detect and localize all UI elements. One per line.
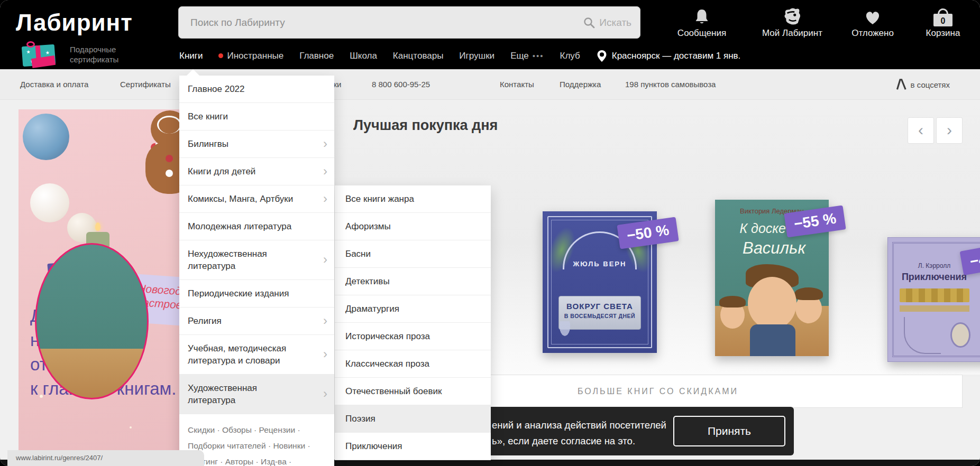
genre-item-label: Детективы bbox=[345, 276, 390, 286]
genre-item-label: Приключения bbox=[345, 441, 402, 451]
genre-item-all[interactable]: Все книги жанра bbox=[335, 185, 491, 213]
nav-item-main[interactable]: Главное bbox=[299, 51, 334, 61]
gold-band-art bbox=[900, 288, 969, 302]
infobar-phone[interactable]: 8 800 600-95-25 bbox=[372, 69, 430, 100]
gift-certificates-icon[interactable]: ★ ★ ★ bbox=[19, 43, 66, 68]
nav-item-foreign[interactable]: Иностранные bbox=[218, 51, 283, 61]
menu-item-kids-books[interactable]: Книги для детей› bbox=[179, 158, 334, 185]
genre-item-adventure[interactable]: Приключения bbox=[335, 433, 491, 460]
menu-item-label: Религия bbox=[188, 316, 222, 326]
gingerbread-icing bbox=[157, 116, 181, 134]
more-dots-icon: ••• bbox=[533, 51, 544, 60]
gingerbread-button bbox=[166, 170, 173, 177]
menu-item-fiction[interactable]: Художественная литература› bbox=[179, 375, 334, 414]
portrait-art bbox=[950, 322, 970, 348]
ornament-ball-blue bbox=[23, 114, 69, 160]
menu-item-label: Учебная, методическая литература и слова… bbox=[188, 343, 286, 366]
social-label: в соцсетях bbox=[911, 80, 950, 89]
genre-item-poetry[interactable]: Поэзия bbox=[335, 405, 491, 433]
menu-item-educational[interactable]: Учебная, методическая литература и слова… bbox=[179, 335, 334, 375]
genre-item-classical-prose[interactable]: Классическая проза bbox=[335, 350, 491, 378]
genre-item-label: Историческая проза bbox=[345, 331, 430, 341]
gift-star: ★ bbox=[26, 49, 31, 55]
genre-item-label: Басни bbox=[345, 249, 371, 259]
genre-item-action[interactable]: Отечественный боевик bbox=[335, 378, 491, 405]
genre-item-label: Афоризмы bbox=[345, 221, 391, 231]
nav-item-stationery[interactable]: Канцтовары bbox=[393, 51, 444, 61]
nav-stationery-label: Канцтовары bbox=[393, 51, 444, 61]
deferred-button[interactable]: Отложено bbox=[848, 5, 897, 39]
fiction-genres-submenu: Все книги жанра Афоризмы Басни Детективы… bbox=[335, 185, 491, 460]
menu-item-all-books[interactable]: Все книги bbox=[179, 103, 334, 131]
menu-item-label: Билингвы bbox=[188, 139, 228, 149]
genre-item-label: Драматургия bbox=[345, 304, 399, 314]
heart-icon bbox=[863, 8, 882, 26]
nav-item-toys[interactable]: Игрушки bbox=[459, 51, 494, 61]
city-label: Красноярск — доставим 1 янв. bbox=[612, 51, 741, 61]
search-input[interactable] bbox=[190, 7, 561, 38]
chevron-right-icon: › bbox=[323, 253, 327, 265]
infobar-pickup-points[interactable]: 198 пунктов самовывоза bbox=[625, 69, 716, 100]
nav-item-club[interactable]: Клуб bbox=[560, 51, 580, 61]
infobar-contacts[interactable]: Контакты bbox=[500, 69, 534, 100]
gift-bow bbox=[26, 41, 35, 48]
nav-school-label: Школа bbox=[350, 51, 377, 61]
search-button[interactable]: Искать bbox=[583, 7, 631, 38]
carousel-next-button[interactable]: › bbox=[936, 117, 963, 144]
messages-button[interactable]: Сообщения bbox=[673, 5, 731, 39]
ornament-ball-white bbox=[30, 183, 69, 222]
menu-item-main-2022[interactable]: Главное 2022 bbox=[179, 76, 334, 103]
genre-item-drama[interactable]: Драматургия bbox=[335, 295, 491, 323]
nav-foreign-label: Иностранные bbox=[227, 51, 283, 61]
minotaur-icon bbox=[782, 6, 802, 26]
labirint-logo[interactable]: Лабиринт bbox=[16, 10, 133, 36]
menu-item-nonfiction[interactable]: Нехудожественная литература› bbox=[179, 240, 334, 280]
infobar-delivery[interactable]: Доставка и оплата bbox=[20, 69, 88, 100]
book-title-line2: Васильк bbox=[717, 239, 829, 258]
boy-face-art bbox=[748, 277, 796, 330]
genre-item-detectives[interactable]: Детективы bbox=[335, 268, 491, 295]
menu-item-bilingual[interactable]: Билингвы› bbox=[179, 131, 334, 158]
search-bar: Искать bbox=[178, 6, 640, 39]
chevron-right-icon: › bbox=[323, 192, 327, 204]
chevron-right-icon: › bbox=[323, 387, 327, 399]
chevron-right-icon: › bbox=[323, 137, 327, 150]
infobar-certificates[interactable]: Сертификаты bbox=[120, 69, 171, 100]
genre-item-historical-prose[interactable]: Историческая проза bbox=[335, 323, 491, 350]
nav-books-label: Книги bbox=[179, 51, 203, 61]
labirint-page: Лабиринт ★ ★ ★ Подарочные сертификаты bbox=[0, 0, 980, 466]
carousel-prev-button[interactable]: ‹ bbox=[908, 117, 934, 144]
cookie-text-line1: ений и анализа действий посетителей bbox=[492, 417, 666, 433]
my-labirint-label: Мой Лабиринт bbox=[757, 28, 827, 39]
my-labirint-button[interactable]: Мой Лабиринт bbox=[757, 5, 827, 39]
chevron-right-icon: › bbox=[323, 314, 327, 327]
book-title-line1: ВОКРУГ СВЕТА bbox=[559, 302, 640, 311]
infobar-social[interactable]: в соцсетях bbox=[894, 69, 950, 100]
gift-label-line2: сертификаты bbox=[70, 54, 118, 64]
candle-flame bbox=[95, 222, 100, 231]
nav-item-school[interactable]: Школа bbox=[350, 51, 377, 61]
genre-item-fables[interactable]: Басни bbox=[335, 240, 491, 268]
cart-button[interactable]: 0 Корзина bbox=[920, 5, 966, 39]
menu-item-periodicals[interactable]: Периодические издания bbox=[179, 280, 334, 307]
menu-item-religion[interactable]: Религия› bbox=[179, 307, 334, 335]
infobar-support[interactable]: Поддержка bbox=[560, 69, 601, 100]
book-author: ЖЮЛЬ ВЕРН bbox=[543, 260, 657, 268]
menu-item-label: Нехудожественная литература bbox=[188, 249, 267, 271]
gift-certificates-label[interactable]: Подарочные сертификаты bbox=[70, 44, 118, 64]
cookie-accept-button[interactable]: Принять bbox=[673, 416, 785, 446]
cookie-text: ений и анализа действий посетителей ь», … bbox=[492, 417, 666, 449]
labirint-social-icon bbox=[894, 78, 906, 91]
menu-item-label: Периодические издания bbox=[188, 288, 289, 299]
menu-item-comics-manga[interactable]: Комиксы, Манга, Артбуки› bbox=[179, 185, 334, 213]
city-selector[interactable]: Красноярск — доставим 1 янв. bbox=[596, 49, 741, 63]
messages-label: Сообщения bbox=[673, 28, 731, 39]
nav-item-more[interactable]: Еще ••• bbox=[510, 51, 544, 61]
nav-item-books[interactable]: Книги bbox=[179, 51, 203, 61]
menu-item-label: Художественная литература bbox=[188, 383, 257, 405]
genre-item-label: Отечественный боевик bbox=[345, 386, 442, 396]
genre-item-aphorisms[interactable]: Афоризмы bbox=[335, 213, 491, 240]
menu-item-youth-literature[interactable]: Молодежная литература bbox=[179, 213, 334, 240]
book-title-line2: В ВОСЕМЬДЕСЯТ ДНЕЙ bbox=[559, 313, 640, 319]
palm-art bbox=[554, 321, 575, 346]
